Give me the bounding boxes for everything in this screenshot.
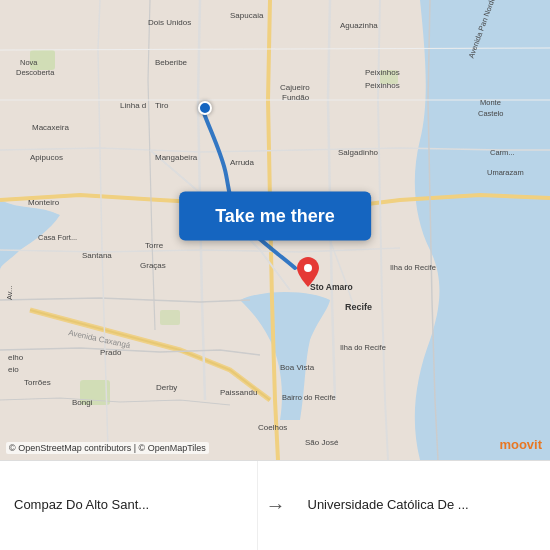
route-arrow: → (258, 461, 294, 550)
svg-text:Ilha do Recife: Ilha do Recife (390, 263, 436, 272)
svg-text:Salgadinho: Salgadinho (338, 148, 379, 157)
origin-info: Compaz Do Alto Sant... (0, 461, 258, 550)
svg-rect-3 (160, 310, 180, 325)
origin-marker (198, 101, 212, 115)
moovit-logo: moovit (499, 437, 542, 452)
svg-text:São José: São José (305, 438, 339, 447)
destination-marker (297, 257, 319, 291)
svg-text:eio: eio (8, 365, 19, 374)
svg-text:Mangabeira: Mangabeira (155, 153, 198, 162)
svg-text:Beberibe: Beberibe (155, 58, 188, 67)
svg-text:Descoberta: Descoberta (16, 68, 55, 77)
svg-text:Arruda: Arruda (230, 158, 255, 167)
svg-text:Sapucaia: Sapucaia (230, 11, 264, 20)
svg-text:Paissandu: Paissandu (220, 388, 257, 397)
svg-text:Tiro: Tiro (155, 101, 169, 110)
svg-text:Coelhos: Coelhos (258, 423, 287, 432)
destination-name: Universidade Católica De ... (308, 497, 537, 514)
svg-text:Recife: Recife (345, 302, 372, 312)
svg-text:Av...: Av... (5, 286, 14, 300)
origin-name: Compaz Do Alto Sant... (14, 497, 243, 514)
svg-text:Monte: Monte (480, 98, 501, 107)
map-container: Dois Unidos Sapucaia Aguazinha Nova Desc… (0, 0, 550, 460)
svg-text:Santana: Santana (82, 251, 112, 260)
svg-text:elho: elho (8, 353, 24, 362)
svg-point-51 (304, 264, 312, 272)
svg-text:Umarazam: Umarazam (487, 168, 524, 177)
svg-text:Apipucos: Apipucos (30, 153, 63, 162)
svg-text:Graças: Graças (140, 261, 166, 270)
svg-text:Prado: Prado (100, 348, 122, 357)
destination-info: Universidade Católica De ... (294, 461, 551, 550)
svg-text:Monteiro: Monteiro (28, 198, 60, 207)
svg-text:Torre: Torre (145, 241, 164, 250)
svg-text:Fundão: Fundão (282, 93, 310, 102)
svg-text:Castelo: Castelo (478, 109, 503, 118)
svg-text:Cajueiro: Cajueiro (280, 83, 310, 92)
svg-text:Casa Fort...: Casa Fort... (38, 233, 77, 242)
bottom-bar: Compaz Do Alto Sant... → Universidade Ca… (0, 460, 550, 550)
svg-text:Ilha do Recife: Ilha do Recife (340, 343, 386, 352)
svg-text:Aguazinha: Aguazinha (340, 21, 378, 30)
svg-text:Carm...: Carm... (490, 148, 515, 157)
svg-text:Peixinhos: Peixinhos (365, 68, 400, 77)
map-attribution: © OpenStreetMap contributors | © OpenMap… (6, 442, 209, 454)
svg-text:Nova: Nova (20, 58, 38, 67)
take-me-there-button[interactable]: Take me there (179, 192, 371, 241)
svg-text:Boa Vista: Boa Vista (280, 363, 315, 372)
svg-text:Bairro do Recife: Bairro do Recife (282, 393, 336, 402)
svg-text:Bongi: Bongi (72, 398, 93, 407)
svg-text:Peixinhos: Peixinhos (365, 81, 400, 90)
svg-text:Linha d: Linha d (120, 101, 146, 110)
svg-text:Dois Unidos: Dois Unidos (148, 18, 191, 27)
svg-text:Macaxeira: Macaxeira (32, 123, 69, 132)
app: Dois Unidos Sapucaia Aguazinha Nova Desc… (0, 0, 550, 550)
svg-text:Torrões: Torrões (24, 378, 51, 387)
svg-text:Derby: Derby (156, 383, 177, 392)
